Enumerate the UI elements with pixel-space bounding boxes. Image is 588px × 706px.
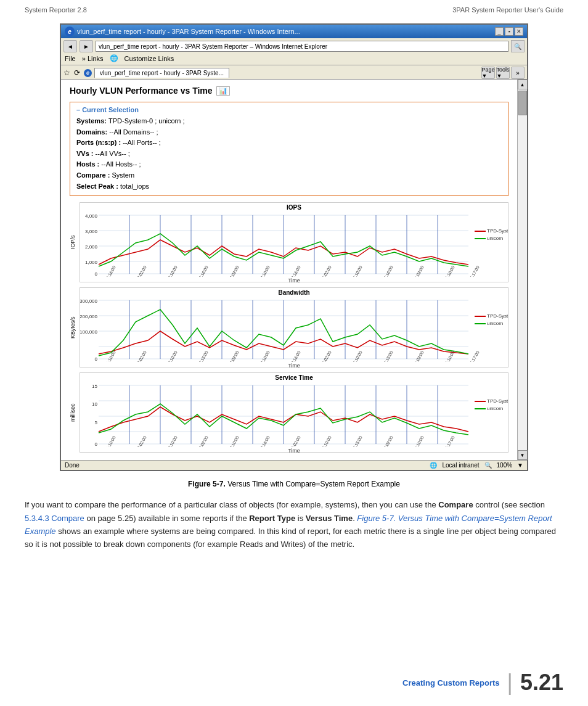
- minimize-button[interactable]: _: [495, 27, 504, 36]
- chart-iops-svg: 4,000 3,000 2,000 1,000 0: [80, 212, 508, 277]
- svg-text:05:17:00: 05:17:00: [468, 350, 480, 362]
- ie-icon-tab: e: [84, 69, 92, 77]
- svg-text:04:15:00: 04:15:00: [351, 435, 363, 447]
- svg-rect-58: [475, 316, 486, 317]
- svg-text:0: 0: [95, 441, 98, 447]
- status-bar: Done 🌐 Local intranet 🔍 100% ▼: [61, 460, 527, 470]
- scrollbar[interactable]: ▲ ▼: [517, 80, 527, 460]
- svg-text:2,000: 2,000: [85, 244, 98, 250]
- local-intranet-icon: 🌐: [430, 462, 437, 469]
- menu-file[interactable]: File: [65, 55, 76, 62]
- svg-rect-21: [475, 231, 486, 232]
- svg-text:02:02:00: 02:02:00: [135, 265, 147, 277]
- sel-val-ports: --All Ports-- ;: [123, 139, 161, 146]
- sel-label-ports: Ports (n:s:p) :: [76, 139, 123, 146]
- forward-button[interactable]: ►: [80, 40, 93, 52]
- sel-val-hosts: --All Hosts-- ;: [101, 160, 141, 168]
- figure-caption: Figure 5-7. Versus Time with Compare=Sys…: [25, 480, 563, 488]
- figure-text: Versus Time with Compare=System Report E…: [227, 480, 400, 488]
- zoom-dropdown[interactable]: ▼: [517, 462, 523, 469]
- svg-text:unicorn: unicorn: [487, 236, 503, 241]
- svg-rect-95: [475, 401, 486, 402]
- sel-label-hosts: Hosts :: [76, 160, 101, 168]
- scroll-up-button[interactable]: ▲: [518, 80, 528, 89]
- link-section[interactable]: 5.3.4.3 Compare: [25, 514, 84, 523]
- svg-text:03:16:00: 03:16:00: [258, 435, 271, 447]
- svg-text:300,000: 300,000: [80, 298, 98, 304]
- svg-text:04:02:00: 04:02:00: [320, 350, 332, 362]
- export-icon[interactable]: 📊: [216, 86, 230, 96]
- sel-label-domains: Domains:: [76, 128, 109, 136]
- browser-titlebar: e vlun_perf_time report - hourly - 3PAR …: [61, 25, 527, 38]
- svg-text:03:10:00: 03:10:00: [258, 265, 271, 277]
- browser-title: vlun_perf_time report - hourly - 3PAR Sy…: [77, 28, 300, 35]
- chart-iops-ylabel: IOP/s: [70, 202, 80, 282]
- svg-text:04:02:00: 04:02:00: [289, 435, 301, 447]
- browser-window: e vlun_perf_time report - hourly - 3PAR …: [60, 23, 528, 471]
- chart-bandwidth-ylabel: KBytes/s: [70, 287, 80, 367]
- close-button[interactable]: ✕: [515, 27, 523, 36]
- zoom-icon: 🔍: [484, 462, 492, 469]
- svg-text:200,000: 200,000: [80, 314, 98, 319]
- chart-bandwidth: KBytes/s Bandwidth: [70, 287, 508, 367]
- chart-servicetime-xlabel: Time: [80, 448, 508, 454]
- page-menu-button[interactable]: Page ▼: [481, 67, 495, 79]
- svg-text:3,000: 3,000: [85, 229, 98, 234]
- svg-text:10: 10: [92, 401, 97, 407]
- chart-servicetime: millisec Service Time: [70, 372, 508, 453]
- active-tab[interactable]: vlun_perf_time report - hourly - 3PAR Sy…: [94, 68, 229, 78]
- zoom-label: 100%: [497, 462, 513, 469]
- bold-report-type: Report Type: [249, 514, 295, 523]
- menu-customize[interactable]: Customize Links: [125, 55, 174, 62]
- expand-button[interactable]: »: [511, 67, 525, 79]
- chart-bandwidth-xlabel: Time: [80, 363, 508, 369]
- svg-text:15: 15: [92, 384, 97, 389]
- scroll-down-button[interactable]: ▼: [518, 450, 528, 460]
- svg-text:02:10:00: 02:10:00: [166, 350, 178, 362]
- search-go-button[interactable]: 🔍: [511, 40, 525, 52]
- selection-title: – Current Selection: [76, 106, 502, 113]
- scroll-thumb[interactable]: [518, 91, 527, 115]
- refresh-icon: ⟳: [74, 68, 80, 77]
- sel-label-vvs: VVs :: [76, 150, 96, 157]
- svg-text:02:02:00: 02:02:00: [135, 435, 147, 447]
- restore-button[interactable]: ▪: [505, 27, 513, 36]
- svg-text:04:02:00: 04:02:00: [320, 265, 332, 277]
- footer-page: 5.21: [520, 671, 563, 694]
- tools-menu-button[interactable]: Tools ▼: [496, 67, 510, 79]
- svg-text:TPD-System-0: TPD-System-0: [487, 398, 508, 404]
- header-right: 3PAR System Reporter User's Guide: [452, 6, 563, 14]
- zone-label: Local intranet: [442, 462, 479, 469]
- svg-text:04:15:00: 04:15:00: [382, 350, 394, 362]
- back-button[interactable]: ◄: [63, 40, 77, 52]
- svg-text:05:17:00: 05:17:00: [443, 435, 455, 447]
- svg-text:01:10:00: 01:10:00: [104, 435, 116, 447]
- menu-links[interactable]: » Links: [82, 55, 104, 62]
- sel-val-peak: total_iops: [120, 183, 149, 190]
- svg-text:TPD-System-0: TPD-System-0: [487, 313, 508, 319]
- svg-text:04:16:00: 04:16:00: [382, 265, 394, 277]
- svg-text:03:16:00: 03:16:00: [289, 350, 301, 362]
- sel-val-compare: System: [112, 171, 134, 179]
- sel-label-compare: Compare :: [76, 171, 112, 179]
- menu-icon: 🌐: [110, 54, 118, 62]
- star-icon: ☆: [63, 68, 70, 77]
- chart-bandwidth-svg: 300,000 200,000 100,000 0: [80, 297, 508, 362]
- svg-text:02:15:00: 02:15:00: [197, 350, 209, 362]
- bold-versus: Versus Time: [306, 514, 353, 523]
- svg-text:03:02:00: 03:02:00: [227, 350, 240, 362]
- current-selection-box: – Current Selection Systems: TPD-System-…: [70, 102, 508, 196]
- svg-rect-97: [475, 408, 486, 409]
- svg-text:unicorn: unicorn: [487, 321, 503, 326]
- svg-text:5: 5: [95, 420, 98, 425]
- address-bar[interactable]: [96, 41, 508, 52]
- svg-text:05:02:00: 05:02:00: [382, 435, 394, 447]
- svg-text:unicorn: unicorn: [487, 406, 503, 411]
- svg-text:100,000: 100,000: [80, 329, 98, 335]
- sel-label-peak: Select Peak :: [76, 183, 120, 190]
- footer-divider: |: [507, 671, 513, 694]
- svg-text:04:10:00: 04:10:00: [351, 265, 363, 277]
- svg-text:4,000: 4,000: [85, 213, 98, 219]
- svg-text:04:10:00: 04:10:00: [351, 350, 363, 362]
- svg-text:02:16:00: 02:16:00: [197, 265, 209, 277]
